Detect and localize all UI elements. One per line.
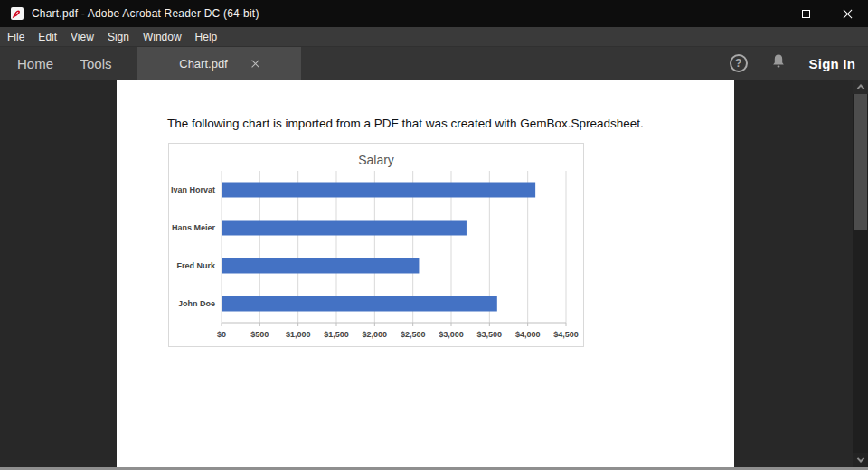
svg-text:Fred Nurk: Fred Nurk: [176, 261, 216, 270]
intro-text: The following chart is imported from a P…: [167, 117, 710, 130]
svg-text:$1,000: $1,000: [286, 330, 311, 339]
menu-help[interactable]: Help: [195, 31, 218, 43]
tab-document[interactable]: Chart.pdf: [137, 47, 301, 80]
svg-text:$1,500: $1,500: [324, 330, 349, 339]
tab-tools[interactable]: Tools: [67, 47, 125, 80]
minimize-icon: [760, 14, 769, 14]
sign-in-button[interactable]: Sign In: [809, 56, 855, 71]
document-area: The following chart is imported from a P…: [0, 80, 853, 467]
menu-file[interactable]: File: [7, 31, 24, 43]
menu-sign[interactable]: Sign: [108, 31, 129, 43]
svg-text:$500: $500: [250, 330, 269, 339]
svg-text:Salary: Salary: [358, 153, 394, 167]
svg-text:$2,000: $2,000: [363, 330, 388, 339]
tab-home[interactable]: Home: [5, 47, 65, 80]
salary-chart-svg: Salary$0$500$1,000$1,500$2,000$2,500$3,0…: [169, 144, 583, 346]
bell-icon[interactable]: [771, 53, 786, 73]
close-button[interactable]: [826, 0, 868, 27]
tab-bar: Home Tools Chart.pdf ? Sign In: [0, 47, 868, 80]
tab-document-label: Chart.pdf: [179, 57, 227, 70]
scroll-down-button[interactable]: [853, 453, 868, 467]
window-title: Chart.pdf - Adobe Acrobat Reader DC (64-…: [32, 7, 259, 20]
svg-text:Ivan Horvat: Ivan Horvat: [171, 185, 215, 194]
menu-edit[interactable]: Edit: [38, 31, 57, 43]
svg-text:$3,000: $3,000: [439, 330, 464, 339]
menu-window[interactable]: Window: [143, 31, 182, 43]
pdf-page: The following chart is imported from a P…: [117, 80, 734, 467]
minimize-button[interactable]: [743, 0, 785, 27]
acrobat-app-icon: [11, 7, 24, 20]
svg-text:Hans Meier: Hans Meier: [172, 223, 216, 232]
salary-chart: Salary$0$500$1,000$1,500$2,000$2,500$3,0…: [168, 143, 584, 347]
svg-text:John Doe: John Doe: [178, 299, 215, 308]
svg-text:$4,500: $4,500: [553, 330, 579, 339]
svg-text:$4,000: $4,000: [515, 330, 541, 339]
chevron-up-icon: [856, 84, 863, 91]
svg-text:$3,500: $3,500: [477, 330, 503, 339]
chevron-down-icon: [856, 455, 863, 462]
help-icon[interactable]: ?: [730, 54, 748, 72]
menu-bar: File Edit View Sign Window Help: [0, 27, 868, 47]
acrobat-window: Chart.pdf - Adobe Acrobat Reader DC (64-…: [0, 0, 868, 470]
maximize-button[interactable]: [785, 0, 826, 27]
tab-close-icon[interactable]: [251, 60, 259, 68]
svg-text:$2,500: $2,500: [401, 330, 426, 339]
svg-text:$0: $0: [217, 330, 226, 339]
close-icon: [843, 9, 853, 19]
menu-view[interactable]: View: [71, 31, 94, 43]
scrollbar-thumb[interactable]: [854, 94, 867, 230]
title-bar: Chart.pdf - Adobe Acrobat Reader DC (64-…: [0, 0, 868, 27]
scroll-up-button[interactable]: [853, 80, 868, 94]
vertical-scrollbar[interactable]: [853, 80, 868, 467]
maximize-icon: [802, 10, 810, 18]
